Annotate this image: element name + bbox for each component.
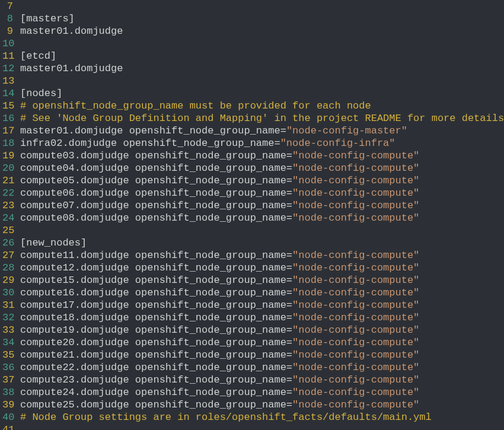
code-line[interactable]: compute18.domjudge openshift_node_group_… [20,311,504,324]
code-token: compute17.domjudge openshift_node_group_… [20,300,292,311]
code-token: master01.domjudge [20,63,123,74]
line-number: 35 [2,349,13,361]
line-number: 8 [2,12,13,25]
line-number: 39 [2,399,13,411]
code-token: compute23.domjudge openshift_node_group_… [20,374,292,386]
line-number: 28 [2,262,13,274]
code-token: compute06.domjudge openshift_node_group_… [20,187,292,199]
code-editor[interactable]: 7891011121314151617181920212223242526272… [0,0,504,430]
code-line[interactable]: compute04.domjudge openshift_node_group_… [20,162,504,174]
line-number: 18 [2,137,13,149]
code-line[interactable]: compute03.domjudge openshift_node_group_… [20,149,504,162]
code-token: "node-config-compute" [292,212,419,224]
line-number: 26 [2,237,13,249]
code-line[interactable]: compute25.domjudge openshift_node_group_… [20,399,504,411]
code-token: compute25.domjudge openshift_node_group_… [20,399,292,410]
line-number: 27 [2,249,13,262]
code-line[interactable]: compute16.domjudge openshift_node_group_… [20,286,504,299]
line-number: 16 [2,112,13,125]
code-token: "node-config-compute" [292,374,419,386]
code-token: "node-config-compute" [292,337,419,348]
code-line[interactable]: compute17.domjudge openshift_node_group_… [20,299,504,311]
code-line[interactable]: [nodes] [20,87,504,100]
line-number: 36 [2,361,13,374]
code-line[interactable]: compute19.domjudge openshift_node_group_… [20,324,504,336]
code-line[interactable]: compute08.domjudge openshift_node_group_… [20,212,504,224]
code-token: compute03.domjudge openshift_node_group_… [20,150,292,161]
code-line[interactable]: master01.domjudge [20,62,504,75]
line-number: 9 [2,25,13,37]
code-line[interactable] [20,224,504,237]
code-token: "node-config-compute" [292,262,419,273]
code-token: compute05.domjudge openshift_node_group_… [20,175,292,186]
code-line[interactable]: compute23.domjudge openshift_node_group_… [20,374,504,386]
code-token: compute18.domjudge openshift_node_group_… [20,312,292,323]
code-token: [masters] [20,13,75,24]
line-number: 22 [2,187,13,199]
code-line[interactable]: compute06.domjudge openshift_node_group_… [20,187,504,199]
code-token: "node-config-compute" [292,349,419,361]
code-line[interactable]: compute20.domjudge openshift_node_group_… [20,336,504,349]
code-token: compute24.domjudge openshift_node_group_… [20,387,292,398]
code-token: "node-config-compute" [292,300,419,311]
line-number: 25 [2,224,13,237]
code-line[interactable]: compute11.domjudge openshift_node_group_… [20,249,504,262]
code-token: compute21.domjudge openshift_node_group_… [20,349,292,361]
code-token: "node-config-master" [286,125,407,136]
line-number: 17 [2,125,13,137]
code-token: "node-config-compute" [292,287,419,298]
code-line[interactable] [20,75,504,87]
code-token: "node-config-compute" [292,163,419,174]
code-line[interactable]: compute05.domjudge openshift_node_group_… [20,174,504,187]
code-token: # openshift_node_group_name must be prov… [20,100,371,112]
code-line[interactable]: compute12.domjudge openshift_node_group_… [20,262,504,274]
line-number: 20 [2,162,13,174]
code-line[interactable]: compute22.domjudge openshift_node_group_… [20,361,504,374]
line-number: 11 [2,50,13,62]
line-number: 31 [2,299,13,311]
code-token: compute19.domjudge openshift_node_group_… [20,324,292,336]
code-token: master01.domjudge openshift_node_group_n… [20,125,286,136]
line-number: 7 [2,0,13,12]
code-token: [etcd] [20,50,56,62]
code-line[interactable]: [masters] [20,12,504,25]
code-line[interactable]: compute15.domjudge openshift_node_group_… [20,274,504,286]
code-token: [nodes] [20,88,62,99]
code-line[interactable]: compute07.domjudge openshift_node_group_… [20,199,504,212]
line-number: 10 [2,37,13,50]
code-line[interactable]: [etcd] [20,50,504,62]
code-token: compute12.domjudge openshift_node_group_… [20,262,292,273]
code-token: "node-config-compute" [292,312,419,323]
code-line[interactable]: master01.domjudge [20,25,504,37]
code-token: "node-config-compute" [292,362,419,373]
code-line[interactable]: compute24.domjudge openshift_node_group_… [20,386,504,399]
code-line[interactable]: [new_nodes] [20,237,504,249]
code-token: compute20.domjudge openshift_node_group_… [20,337,292,348]
code-token: "node-config-compute" [292,200,419,211]
code-line[interactable]: master01.domjudge openshift_node_group_n… [20,125,504,137]
code-token: # Node Group settings are in roles/opens… [20,412,432,423]
line-number: 23 [2,199,13,212]
code-token: master01.domjudge [20,26,123,37]
code-line[interactable]: infra02.domjudge openshift_node_group_na… [20,137,504,149]
code-line[interactable]: # See 'Node Group Definition and Mapping… [20,112,504,125]
code-token: "node-config-compute" [292,175,419,186]
code-line[interactable]: # openshift_node_group_name must be prov… [20,100,504,112]
code-line[interactable] [20,37,504,50]
line-number: 14 [2,87,13,100]
code-token: # See 'Node Group Definition and Mapping… [20,113,504,124]
code-token: compute11.domjudge openshift_node_group_… [20,250,292,261]
code-line[interactable]: # Node Group settings are in roles/opens… [20,411,504,423]
code-token: "node-config-compute" [292,250,419,261]
code-token: compute22.domjudge openshift_node_group_… [20,362,292,373]
code-token: "node-config-compute" [292,387,419,398]
line-number: 13 [2,75,13,87]
code-token: "node-config-compute" [292,275,419,286]
code-line[interactable] [20,423,504,430]
line-number: 24 [2,212,13,224]
line-number: 38 [2,386,13,399]
code-line[interactable] [20,0,504,12]
code-line[interactable]: compute21.domjudge openshift_node_group_… [20,349,504,361]
code-token: [new_nodes] [20,237,87,249]
code-content[interactable]: [masters]master01.domjudge [etcd]master0… [18,0,504,430]
